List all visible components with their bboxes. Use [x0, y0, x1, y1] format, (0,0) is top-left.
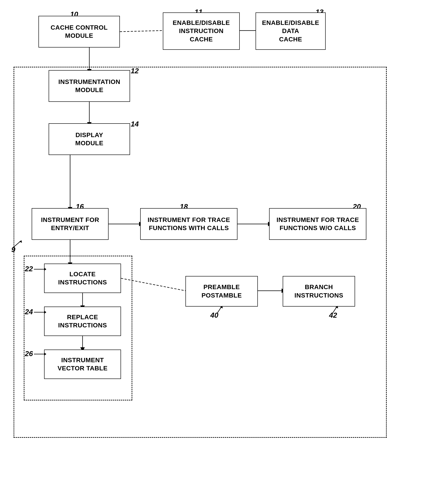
svg-marker-24 — [44, 311, 46, 314]
cache-control-module: CACHE CONTROL MODULE — [38, 16, 120, 47]
instrumentation-module: INSTRUMENTATIONMODULE — [49, 70, 130, 102]
svg-marker-32 — [19, 240, 22, 243]
instrument-entry-exit: INSTRUMENT FORENTRY/EXIT — [32, 208, 109, 240]
branch-instructions: BRANCHINSTRUCTIONS — [283, 276, 355, 307]
instrument-trace-with-calls: INSTRUMENT FOR TRACEFUNCTIONS WITH CALLS — [140, 208, 238, 240]
arrow-24 — [33, 309, 46, 316]
enable-data-cache: ENABLE/DISABLEDATACACHE — [255, 12, 326, 50]
svg-line-0 — [120, 30, 163, 32]
locate-instructions: LOCATEINSTRUCTIONS — [44, 263, 121, 293]
svg-marker-26 — [44, 353, 46, 356]
arrow-26 — [33, 351, 46, 357]
instrument-trace-without-calls: INSTRUMENT FOR TRACEFUNCTIONS W/O CALLS — [269, 208, 366, 240]
preamble-postamble: PREAMBLEPOSTAMBLE — [186, 276, 258, 307]
arrow-9 — [12, 240, 25, 249]
svg-line-31 — [13, 241, 21, 248]
svg-marker-22 — [44, 268, 46, 271]
replace-instructions: REPLACEINSTRUCTIONS — [44, 307, 121, 336]
arrow-40 — [213, 305, 226, 315]
arrow-42 — [328, 305, 342, 315]
display-module: DISPLAYMODULE — [49, 123, 130, 155]
diagram: 10 11 13 12 14 16 18 20 22 24 26 40 42 9… — [0, 0, 448, 481]
enable-instruction-cache: ENABLE/DISABLEINSTRUCTIONCACHE — [163, 12, 240, 50]
arrow-22 — [33, 266, 46, 273]
instrument-vector-table: INSTRUMENTVECTOR TABLE — [44, 350, 121, 379]
